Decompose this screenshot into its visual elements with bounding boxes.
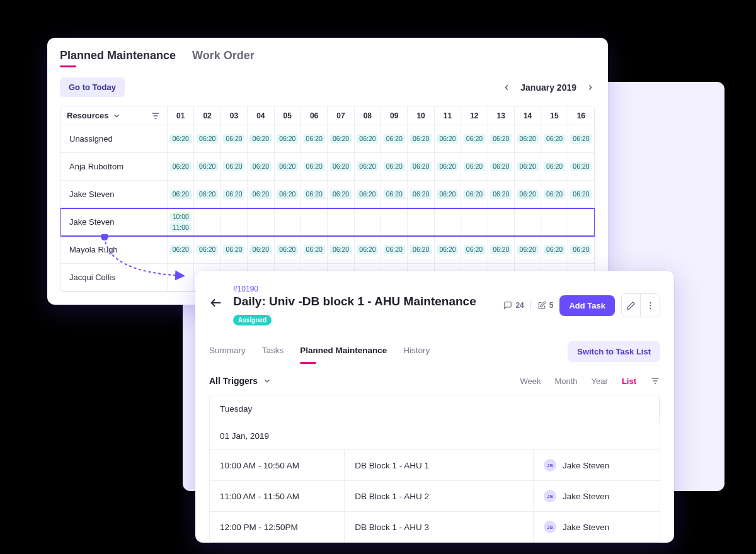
schedule-cell[interactable]: 06:20 — [301, 236, 328, 264]
schedule-cell[interactable]: 06:20 — [355, 125, 381, 153]
schedule-cell[interactable]: 06:20 — [221, 125, 248, 153]
schedule-cell[interactable]: 06:20 — [328, 236, 354, 264]
table-row[interactable]: 12:00 PM - 12:50PMDB Block 1 - AHU 3JSJa… — [210, 512, 660, 542]
schedule-cell[interactable]: 06:20 — [355, 153, 381, 181]
schedule-cell[interactable]: 06:20 — [461, 236, 488, 264]
schedule-cell[interactable]: 06:20 — [568, 125, 595, 153]
schedule-cell[interactable]: 06:20 — [248, 181, 274, 208]
schedule-cell[interactable]: 06:20 — [168, 236, 194, 264]
subtab-history[interactable]: History — [403, 339, 430, 364]
back-button[interactable] — [209, 296, 223, 310]
schedule-cell[interactable]: 06:20 — [541, 153, 568, 181]
schedule-cell[interactable] — [355, 208, 381, 236]
schedule-cell[interactable] — [515, 208, 541, 236]
schedule-cell[interactable] — [275, 208, 301, 236]
schedule-cell[interactable]: 06:20 — [381, 236, 408, 264]
schedule-cell[interactable]: 06:20 — [435, 181, 461, 208]
schedule-cell[interactable]: 06:20 — [248, 125, 274, 153]
tab-work-order[interactable]: Work Order — [192, 49, 255, 66]
schedule-cell[interactable]: 06:20 — [168, 153, 194, 181]
triggers-dropdown[interactable]: All Triggers — [209, 376, 272, 386]
schedule-cell[interactable]: 06:20 — [328, 153, 354, 181]
schedule-cell[interactable] — [488, 208, 515, 236]
schedule-cell[interactable] — [568, 208, 595, 236]
schedule-cell[interactable]: 06:20 — [541, 236, 568, 264]
schedule-cell[interactable]: 06:20 — [435, 236, 461, 264]
table-row[interactable]: 10:00 AM - 10:50 AMDB Block 1 - AHU 1JSJ… — [210, 450, 660, 481]
schedule-cell[interactable]: 06:20 — [488, 236, 515, 264]
schedule-cell[interactable]: 06:20 — [461, 125, 488, 153]
schedule-cell[interactable]: 06:20 — [408, 181, 434, 208]
schedule-cell[interactable]: 06:20 — [381, 181, 408, 208]
schedule-cell[interactable]: 06:20 — [275, 181, 301, 208]
schedule-cell[interactable]: 06:20 — [194, 125, 220, 153]
schedule-cell[interactable] — [381, 208, 408, 236]
schedule-cell[interactable]: 06:20 — [275, 153, 301, 181]
scheduler-row[interactable]: Anja Rubottom06:2006:2006:2006:2006:2006… — [60, 153, 595, 181]
schedule-cell[interactable]: 06:20 — [515, 153, 541, 181]
schedule-cell[interactable]: 06:20 — [488, 181, 515, 208]
schedule-cell[interactable] — [194, 208, 220, 236]
view-month[interactable]: Month — [554, 376, 577, 386]
schedule-cell[interactable]: 06:20 — [515, 125, 541, 153]
schedule-cell[interactable]: 06:20 — [248, 153, 274, 181]
schedule-cell[interactable]: 06:20 — [488, 125, 515, 153]
schedule-cell[interactable] — [328, 208, 354, 236]
tab-planned-maintenance[interactable]: Planned Maintenance — [60, 49, 176, 66]
schedule-cell[interactable] — [301, 208, 328, 236]
schedule-cell[interactable] — [408, 208, 434, 236]
schedule-cell[interactable] — [221, 208, 248, 236]
schedule-cell[interactable]: 06:20 — [194, 236, 220, 264]
schedule-cell[interactable]: 06:20 — [355, 236, 381, 264]
schedule-cell[interactable] — [248, 208, 274, 236]
schedule-cell[interactable]: 06:20 — [515, 236, 541, 264]
go-to-today-button[interactable]: Go to Today — [60, 77, 125, 97]
schedule-cell[interactable]: 06:20 — [168, 125, 194, 153]
next-month-button[interactable] — [585, 82, 595, 93]
schedule-cell[interactable]: 06:20 — [301, 125, 328, 153]
schedule-cell[interactable]: 06:20 — [461, 153, 488, 181]
schedule-cell[interactable]: 06:20 — [515, 181, 541, 208]
filter-button[interactable] — [650, 376, 660, 386]
switch-task-list-button[interactable]: Switch to Task List — [568, 341, 660, 362]
schedule-cell[interactable]: 06:20 — [328, 181, 354, 208]
schedule-cell[interactable] — [461, 208, 488, 236]
schedule-cell[interactable]: 10:0011:00 — [168, 208, 194, 236]
schedule-cell[interactable] — [541, 208, 568, 236]
add-task-button[interactable]: Add Task — [559, 295, 615, 316]
prev-month-button[interactable] — [501, 82, 512, 93]
schedule-cell[interactable]: 06:20 — [275, 236, 301, 264]
schedule-cell[interactable] — [168, 264, 194, 291]
schedule-cell[interactable]: 06:20 — [435, 125, 461, 153]
schedule-cell[interactable]: 06:20 — [328, 125, 354, 153]
schedule-cell[interactable]: 06:20 — [275, 125, 301, 153]
schedule-cell[interactable]: 06:20 — [408, 125, 434, 153]
schedule-cell[interactable]: 06:20 — [194, 153, 220, 181]
schedule-cell[interactable]: 06:20 — [248, 236, 274, 264]
view-year[interactable]: Year — [592, 376, 608, 386]
schedule-cell[interactable]: 06:20 — [168, 181, 194, 208]
schedule-cell[interactable]: 06:20 — [408, 153, 434, 181]
schedule-cell[interactable]: 06:20 — [568, 181, 595, 208]
scheduler-row[interactable]: Jake Steven06:2006:2006:2006:2006:2006:2… — [60, 181, 595, 208]
subtab-summary[interactable]: Summary — [209, 339, 246, 364]
more-button[interactable] — [641, 294, 660, 317]
schedule-cell[interactable]: 06:20 — [461, 181, 488, 208]
schedule-cell[interactable]: 06:20 — [408, 236, 434, 264]
attachments-count[interactable]: 5 — [537, 301, 554, 310]
schedule-cell[interactable]: 06:20 — [381, 153, 408, 181]
subtab-planned-maintenance[interactable]: Planned Maintenance — [300, 339, 387, 364]
schedule-cell[interactable]: 06:20 — [541, 181, 568, 208]
schedule-cell[interactable]: 06:20 — [568, 153, 595, 181]
schedule-cell[interactable]: 06:20 — [355, 181, 381, 208]
schedule-cell[interactable]: 06:20 — [194, 181, 220, 208]
resources-header[interactable]: Resources — [60, 106, 168, 125]
subtab-tasks[interactable]: Tasks — [262, 339, 284, 364]
table-row[interactable]: 11:00 AM - 11:50 AMDB Block 1 - AHU 2JSJ… — [210, 481, 660, 512]
schedule-cell[interactable]: 06:20 — [301, 181, 328, 208]
schedule-cell[interactable]: 06:20 — [301, 153, 328, 181]
schedule-cell[interactable]: 06:20 — [221, 181, 248, 208]
schedule-cell[interactable]: 06:20 — [435, 153, 461, 181]
schedule-cell[interactable]: 06:20 — [568, 236, 595, 264]
scheduler-row[interactable]: Mayola Rugh06:2006:2006:2006:2006:2006:2… — [60, 236, 595, 264]
